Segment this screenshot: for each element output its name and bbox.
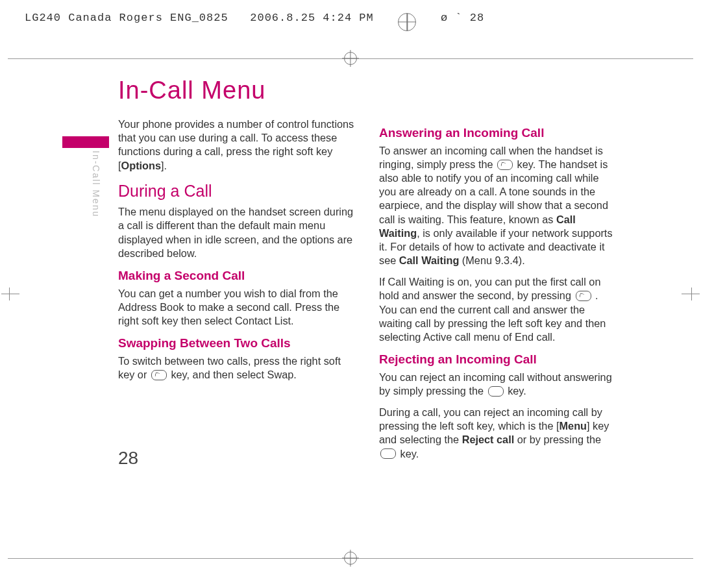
doc-timestamp: 2006.8.25 4:24 PM	[250, 12, 373, 24]
reject-paragraph-2: During a call, you can reject an incomin…	[379, 406, 618, 461]
send-key-icon	[151, 370, 167, 380]
intro-paragraph: Your phone provides a number of control …	[118, 117, 357, 173]
heading-answering-call: Answering an Incoming Call	[379, 125, 618, 141]
sidebar: In-Call Menu	[62, 136, 109, 217]
registration-right-icon	[675, 281, 701, 307]
heading-rejecting-call: Rejecting an Incoming Call	[379, 352, 618, 368]
second-call-paragraph: You can get a number you wish to dial fr…	[118, 287, 357, 328]
heading-during-a-call: During a Call	[118, 180, 357, 202]
end-key-icon	[488, 386, 504, 397]
page-title: In-Call Menu	[118, 77, 674, 104]
end-key-icon	[380, 448, 396, 459]
answer-paragraph-1: To answer an incoming call when the hand…	[379, 144, 618, 268]
prepress-header: LG240 Canada Rogers ENG_0825 2006.8.25 4…	[25, 9, 676, 27]
registration-mark-icon	[398, 13, 416, 31]
content: In-Call Menu Your phone provides a numbe…	[118, 67, 674, 469]
crop-marks-bottom	[8, 552, 693, 575]
swap-paragraph: To switch between two calls, press the r…	[118, 354, 357, 382]
send-key-icon	[576, 291, 591, 301]
heading-making-second-call: Making a Second Call	[118, 268, 357, 284]
page-body: In-Call Menu In-Call Menu Your phone pro…	[62, 67, 674, 543]
answer-paragraph-2: If Call Waiting is on, you can put the f…	[379, 275, 618, 344]
heading-swapping-calls: Swapping Between Two Calls	[118, 336, 357, 352]
column-right: Answering an Incoming Call To answer an …	[379, 117, 618, 469]
during-paragraph: The menu displayed on the handset screen…	[118, 205, 357, 260]
doc-id: LG240 Canada Rogers ENG_0825	[25, 12, 228, 24]
sidebar-section-label: In-Call Menu	[91, 151, 101, 217]
crop-marks-top	[8, 29, 693, 60]
page-number: 28	[118, 448, 138, 469]
column-left: Your phone provides a number of control …	[118, 117, 357, 469]
sidebar-accent-bar	[62, 136, 109, 148]
reject-paragraph-1: You can reject an incoming call without …	[379, 371, 618, 398]
registration-left-icon	[0, 281, 26, 307]
doc-tail: ø ` 28	[441, 12, 484, 24]
send-key-icon	[497, 160, 513, 170]
